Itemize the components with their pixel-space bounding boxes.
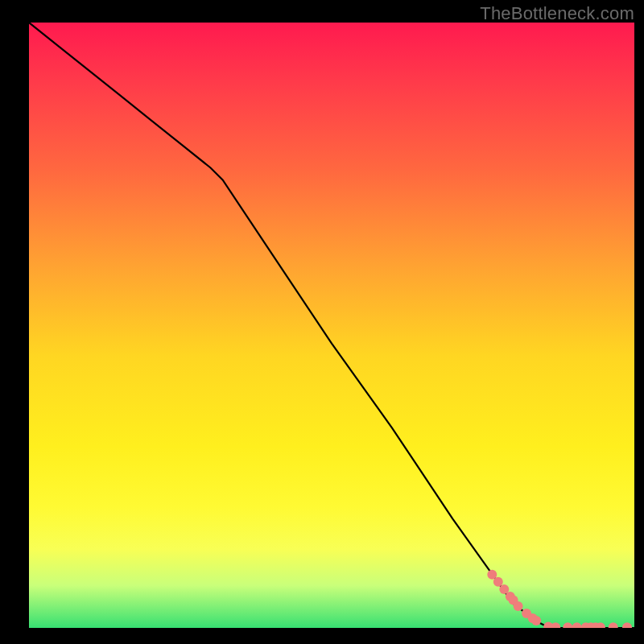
data-point bbox=[609, 622, 618, 628]
data-point bbox=[514, 601, 523, 611]
chart-overlay bbox=[29, 23, 634, 628]
marker-group bbox=[487, 570, 632, 628]
data-point bbox=[622, 622, 632, 628]
data-point bbox=[563, 622, 572, 628]
data-point bbox=[551, 622, 560, 628]
data-point bbox=[572, 622, 582, 628]
watermark-text: TheBottleneck.com bbox=[480, 3, 634, 24]
bottleneck-curve bbox=[29, 23, 634, 628]
data-point bbox=[531, 616, 541, 625]
chart-frame: TheBottleneck.com bbox=[0, 0, 644, 644]
